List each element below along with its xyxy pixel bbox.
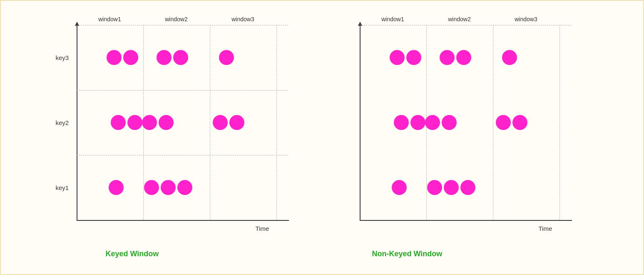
main-container: window1 window2 window3 key3 key2 key1	[35, 8, 609, 267]
nk-dot-k1w2a	[427, 180, 442, 195]
dot-k2w1b	[127, 115, 142, 130]
nonkeyed-chart-title: Non-Keyed Window	[372, 250, 443, 258]
nonkeyed-window3-label: window3	[515, 16, 537, 22]
nonkeyed-hgrid-top	[360, 25, 571, 25]
nk-dot-k2w3b	[512, 115, 527, 130]
dot-k2w2a	[142, 115, 157, 130]
nk-dot-k2w1a	[394, 115, 409, 130]
nonkeyed-window1-label: window1	[381, 16, 404, 22]
keyed-time-label: Time	[256, 225, 269, 232]
nonkeyed-chart-area: window1 window2 window3 Time	[360, 25, 580, 229]
keyed-hgrid-top	[77, 25, 288, 25]
nk-dot-k3w3a	[502, 50, 517, 65]
keyed-hgrid-2	[77, 90, 288, 90]
nk-dot-k3w1a	[390, 50, 405, 65]
dot-k2w2b	[159, 115, 174, 130]
dot-k1w2b	[161, 180, 176, 195]
nk-dot-k3w2a	[440, 50, 455, 65]
dot-k1w2a	[144, 180, 159, 195]
keyed-window1-label: window1	[98, 16, 121, 22]
keyed-vgrid-3	[276, 25, 277, 220]
nk-dot-k3w2b	[456, 50, 471, 65]
nonkeyed-vgrid-2	[493, 25, 493, 220]
dot-k3w3a	[219, 50, 234, 65]
nk-dot-k2w1b	[410, 115, 425, 130]
keyed-y-axis	[77, 25, 77, 221]
nk-dot-k2w2a	[425, 115, 440, 130]
keyed-chart-title: Keyed Window	[106, 250, 159, 258]
dot-k2w3a	[213, 115, 228, 130]
nk-dot-k2w3a	[496, 115, 511, 130]
nk-dot-k3w1b	[406, 50, 421, 65]
keyed-window-diagram: window1 window2 window3 key3 key2 key1	[52, 17, 310, 258]
keyed-window3-label: window3	[231, 16, 254, 22]
dot-k3w2a	[157, 50, 172, 65]
nk-dot-k1w1a	[392, 180, 407, 195]
nonkeyed-y-axis	[360, 25, 361, 221]
keyed-key3-label: key3	[56, 54, 69, 61]
dot-k3w2b	[173, 50, 188, 65]
dot-k3w1b	[123, 50, 138, 65]
keyed-chart-area: window1 window2 window3 key3 key2 key1	[77, 25, 297, 229]
nonkeyed-window2-label: window2	[448, 16, 470, 22]
dot-k1w2c	[177, 180, 192, 195]
nk-dot-k1w2b	[444, 180, 459, 195]
nonkeyed-time-label: Time	[539, 225, 552, 232]
nk-dot-k2w2b	[442, 115, 457, 130]
dot-k2w1a	[111, 115, 126, 130]
keyed-key2-label: key2	[56, 119, 69, 126]
nonkeyed-window-diagram: window1 window2 window3 Time	[335, 17, 593, 258]
keyed-vgrid-2	[210, 25, 210, 220]
dot-k1w1a	[109, 180, 124, 195]
keyed-x-axis	[77, 220, 289, 221]
keyed-hgrid-1	[77, 155, 288, 155]
keyed-key1-label: key1	[56, 184, 69, 191]
nk-dot-k1w2c	[460, 180, 475, 195]
dot-k2w3b	[229, 115, 244, 130]
keyed-window2-label: window2	[165, 16, 187, 22]
dot-k3w1a	[107, 50, 122, 65]
nonkeyed-vgrid-3	[559, 25, 560, 220]
nonkeyed-x-axis	[360, 220, 572, 221]
